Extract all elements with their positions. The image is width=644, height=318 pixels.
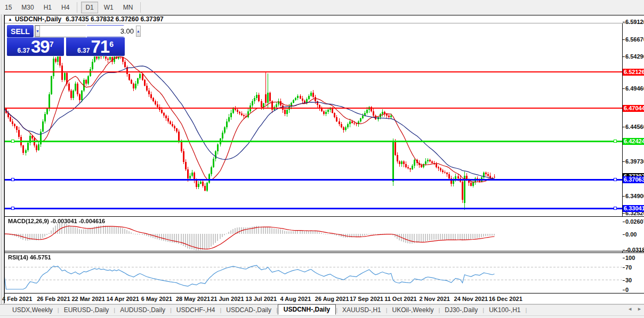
chart-tab-eurusd-daily[interactable]: EURUSD-,Daily [59, 305, 114, 315]
chart-symbol-title: USDCNH-,Daily [15, 15, 61, 23]
tab-scroll-right-icon[interactable]: ► [637, 306, 642, 312]
chart-tab-usdchf-h4[interactable]: USDCHF-,H4 [172, 305, 220, 315]
chart-title-row: ▲ USDCNH-,Daily 6.37435 6.37832 6.37260 … [5, 15, 644, 23]
date-axis-label: 24 Nov 2021 [454, 296, 488, 302]
tab-separator: | [526, 307, 527, 313]
buy-price-prefix: 6.37 [77, 47, 90, 54]
window-left-gutter [0, 14, 4, 318]
date-axis-label: 6 May 2021 [141, 296, 172, 302]
price-line-tag: 6.47044 [623, 105, 644, 112]
rsi-axis-label: 100 [625, 255, 644, 261]
price-line-tag: 6.52126 [623, 69, 644, 76]
date-axis-label: 16 Dec 2021 [489, 296, 522, 302]
chart-tab-dj30-daily[interactable]: DJ30-,Daily [440, 305, 482, 315]
price-axis-label: 6.34900 [625, 193, 644, 199]
rsi-label: RSI(14) 46.5751 [8, 254, 51, 260]
sell-button[interactable]: SELL [7, 25, 34, 37]
chart-tab-usdcad-daily[interactable]: USDCAD-,Daily [221, 305, 276, 315]
line-handle[interactable] [11, 207, 14, 210]
status-bar [0, 315, 644, 318]
rsi-axis-label: 0 [625, 287, 644, 293]
date-axis-label: 13 Jul 2021 [245, 296, 277, 302]
horizontal-line-6.52126[interactable] [5, 71, 622, 72]
date-axis-label: 22 Mar 2021 [71, 296, 104, 302]
date-axis: 4 Feb 202126 Feb 202122 Mar 202114 Apr 2… [5, 293, 644, 303]
timeframe-button-H4[interactable]: H4 [58, 2, 73, 13]
rsi-canvas[interactable] [5, 253, 622, 293]
date-axis-label: 2 Nov 2021 [419, 296, 449, 302]
chart-tab-uk100-h1[interactable]: UK100-,H1 [484, 305, 525, 315]
rsi-axis-label: 70 [625, 264, 644, 271]
sell-price-prefix: 6.37 [18, 47, 30, 54]
volume-increase-button[interactable]: ▲ [136, 26, 141, 37]
price-axis-label: 6.44560 [625, 124, 644, 130]
chart-tab-usdx-weekly[interactable]: USDX,Weekly [7, 305, 58, 315]
price-axis-label: 6.59120 [625, 19, 644, 25]
timeframe-button-D1[interactable]: D1 [81, 2, 98, 13]
line-handle[interactable] [614, 178, 617, 181]
rsi-axis-label: 30 [625, 277, 644, 283]
horizontal-line-6.42424[interactable] [5, 141, 622, 142]
timeframe-button-M30[interactable]: M30 [18, 2, 37, 13]
date-axis-label: 4 Aug 2021 [280, 296, 311, 302]
price-axis-label: 6.49460 [625, 85, 644, 92]
volume-decrease-button[interactable]: ▼ [35, 26, 40, 37]
buy-price-point: 6 [109, 40, 114, 48]
tab-scroll-nav: ◄ ► [627, 306, 642, 312]
date-axis-label: 26 Feb 2021 [37, 296, 70, 302]
line-handle[interactable] [614, 207, 617, 210]
volume-input[interactable] [40, 26, 136, 37]
chart-ohlc-values: 6.37435 6.37832 6.37260 6.37397 [66, 15, 164, 23]
horizontal-line-6.33041[interactable] [5, 208, 622, 209]
date-axis-label: 21 Jun 2021 [211, 296, 244, 302]
timeframe-button-H1[interactable]: H1 [40, 2, 55, 13]
terminal-screen: 15M30H1H4D1W1MN ▲ USDCNH-,Daily 6.37435 … [0, 0, 644, 318]
price-axis-label: 6.54290 [625, 53, 644, 60]
chart-tab-audusd-daily[interactable]: AUDUSD-,Daily [115, 305, 170, 315]
horizontal-line-6.37063[interactable] [5, 179, 622, 181]
timeframe-button-W1[interactable]: W1 [100, 2, 117, 13]
sell-price-pips: 39 [31, 38, 50, 55]
timeframe-button-15[interactable]: 15 [1, 2, 15, 13]
horizontal-line-6.47044[interactable] [5, 108, 622, 109]
chart-window: ▲ USDCNH-,Daily 6.37435 6.37832 6.37260 … [4, 15, 644, 303]
date-axis-label: 4 Feb 2021 [2, 296, 32, 302]
chart-tab-xauusd-h1[interactable]: XAUUSD-,H1 [337, 305, 386, 315]
chart-tab-usdcnh-daily[interactable]: USDCNH-,Daily [278, 304, 336, 315]
rsi-panel[interactable]: RSI(14) 46.5751 10070300 [5, 252, 644, 293]
date-axis-label: 26 Aug 2021 [315, 296, 349, 302]
one-click-trade-panel: SELL ▼ ▲ BUY 6.37 39 7 6.37 71 6 [6, 25, 125, 56]
timeframe-button-MN[interactable]: MN [119, 2, 137, 13]
price-line-tag: 6.42424 [623, 138, 644, 145]
date-axis-label: 28 May 2021 [176, 296, 210, 302]
buy-price-display[interactable]: 6.37 71 6 [66, 37, 125, 56]
sell-price-display[interactable]: 6.37 39 7 [7, 37, 64, 56]
timeframe-toolbar: 15M30H1H4D1W1MN [0, 0, 644, 14]
price-axis-label: 6.39730 [625, 158, 644, 165]
chart-tab-bar: USDX,Weekly|EURUSD-,Daily|AUDUSD-,Daily|… [0, 304, 644, 315]
volume-spinner: ▼ ▲ [35, 25, 86, 37]
buy-price-pips: 71 [91, 38, 109, 55]
sell-price-point: 7 [50, 40, 54, 48]
date-axis-label: 14 Apr 2021 [107, 296, 139, 302]
date-axis-label: 11 Oct 2021 [384, 296, 417, 302]
price-line-tag: 6.37063 [623, 176, 644, 183]
macd-panel[interactable]: MACD(12,26,9) -0.003041 -0.004616 0.0260… [5, 216, 644, 251]
collapse-panel-icon[interactable]: ▲ [8, 17, 12, 22]
chart-tab-ukoil-weekly[interactable]: UKOil-,Weekly [388, 305, 439, 315]
macd-axis-label: 0.02607 [625, 218, 644, 225]
tab-scroll-left-icon[interactable]: ◄ [627, 306, 632, 312]
line-handle[interactable] [11, 140, 14, 143]
price-line-tag: 6.33041 [623, 205, 644, 212]
price-axis-label: 6.56670 [625, 36, 644, 43]
line-handle[interactable] [614, 140, 617, 143]
macd-label: MACD(12,26,9) -0.003041 -0.004616 [8, 218, 105, 224]
line-handle[interactable] [11, 178, 14, 181]
date-axis-label: 17 Sep 2021 [350, 296, 383, 302]
macd-axis-label: 0.00 [625, 231, 644, 238]
